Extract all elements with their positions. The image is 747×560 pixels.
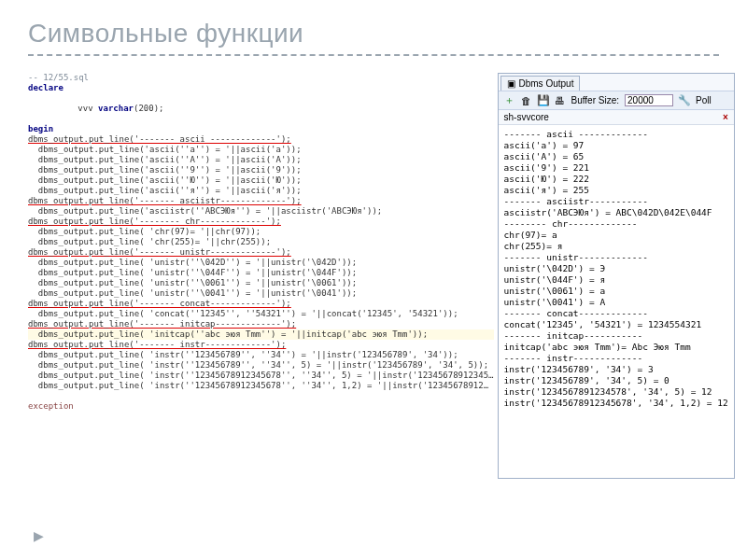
code-line: dbms_output.put_line('------- asciistr--… [28,196,494,206]
out: instr('123456789', '34', 5) = 0 [504,375,669,385]
code-line: dbms_output.put_line('------- concat----… [28,299,494,309]
out: asciistr('ABCЭЮя') = ABC\042D\042E\044F [504,207,712,217]
code-editor[interactable]: -- 12/55.sql declare vvv varchar(200); b… [28,73,494,479]
code-line: dbms_output.put_line('ascii(''A'') = '||… [28,155,494,165]
out: ------- asciistr----------- [504,196,648,206]
code-line: dbms_output.put_line( 'unistr(''\042D'')… [28,258,494,268]
code-line: dbms_output.put_line( 'initcap(''abc эюя… [28,329,494,340]
out: ascii('Ю') = 222 [504,174,590,184]
page-title: Символьные функции [28,19,719,56]
out: ------- concat------------- [504,308,648,318]
code-line: dbms_output.put_line('ascii(''a'') = '||… [28,145,494,155]
buffer-size-label: Buffer Size: [571,95,620,105]
out: unistr('\044F') = я [504,274,606,285]
code-line: dbms_output.put_line('------- unistr----… [28,247,494,258]
slide-arrow-icon: ▶ [34,528,44,543]
trash-icon[interactable]: 🗑 [521,95,532,106]
db-name: sh-svvcore [504,112,549,122]
buffer-size-input[interactable] [625,94,673,106]
out: initcap('abc эюя Tmm')= Abc Эюя Tmm [504,342,691,352]
code-begin: begin [28,124,494,134]
out: instr('1234567891234578', '34', 5) = 12 [504,386,712,397]
dbms-output-panel: ▣ Dbms Output ＋ 🗑 💾 🖶 Buffer Size: 🔧 Pol… [498,73,735,479]
dbms-output-tab-label: Dbms Output [519,78,574,89]
code-line: dbms_output.put_line( 'instr(''123456789… [28,381,494,391]
code-line: dbms_output.put_line( 'unistr(''\044F'')… [28,268,494,278]
dbms-output-toolbar: ＋ 🗑 💾 🖶 Buffer Size: 🔧 Poll [499,91,734,110]
code-line: dbms_output.put_line( 'instr(''123456789… [28,371,494,381]
out: ascii('A') = 65 [504,151,585,161]
wrench-icon[interactable]: 🔧 [679,95,690,106]
out: ascii('я') = 255 [504,185,590,195]
save-icon[interactable]: 💾 [538,95,549,106]
code-line: dbms_output.put_line('ascii(''9'') = '||… [28,165,494,175]
out: unistr('\0041') = A [504,297,606,307]
code-line: dbms_output.put_line('asciistr(''ABCЭЮя'… [28,206,494,217]
poll-label: Poll [696,95,712,105]
code-line: dbms_output.put_line('------- ascii ----… [28,134,494,145]
workarea: -- 12/55.sql declare vvv varchar(200); b… [28,73,719,479]
code-line: dbms_output.put_line( 'concat(''12345'',… [28,309,494,319]
code-line: dbms_output.put_line('ascii(''Ю'') = '||… [28,175,494,186]
code-blank [28,391,494,401]
out: ascii('a') = 97 [504,140,585,150]
code-line: dbms_output.put_line( 'unistr(''\0061'')… [28,278,494,288]
out: ------- initcap----------- [504,330,643,341]
out: unistr('\042D') = Э [504,263,606,273]
code-line: dbms_output.put_line('ascii(''я'') = '||… [28,186,494,196]
dbms-output-body[interactable]: ------- ascii ------------- ascii('a') =… [499,125,734,478]
out: instr('123456789', '34') = 3 [504,364,654,374]
db-connection-row: sh-svvcore × [499,110,734,125]
out: ------- ascii ------------- [504,129,648,139]
plus-icon[interactable]: ＋ [504,95,515,106]
out: concat('12345', '54321') = 1234554321 [504,319,702,329]
out: ------- instr------------- [504,353,643,363]
code-line: dbms_output.put_line( 'chr(255)= '||chr(… [28,237,494,247]
out: instr('12345678912345678', '34', 1,2) = … [504,398,728,408]
dbms-output-tab[interactable]: ▣ Dbms Output [500,76,581,91]
code-line: dbms_output.put_line( 'chr(97)= '||chr(9… [28,227,494,237]
out: unistr('\0061') = a [504,286,606,296]
code-line: dbms_output.put_line('------- instr-----… [28,340,494,350]
out: chr(97)= a [504,230,557,240]
code-exception: exception [28,401,494,412]
code-line: dbms_output.put_line( 'unistr(''\0041'')… [28,288,494,299]
close-icon[interactable]: × [723,112,728,122]
code-line: dbms_output.put_line( 'instr(''123456789… [28,350,494,360]
code-declare: declare [28,83,494,93]
out: ------- unistr------------- [504,252,648,262]
out: chr(255)= я [504,241,563,251]
code-line: dbms_output.put_line('------- initcap---… [28,319,494,329]
print-icon[interactable]: 🖶 [555,95,566,106]
code-comment: -- 12/55.sql [28,73,494,83]
out: ascii('9') = 221 [504,162,590,173]
out: -------- chr------------- [504,218,638,229]
code-line: dbms_output.put_line( 'instr(''123456789… [28,360,494,371]
code-vvv-decl: vvv varchar(200); [28,93,494,124]
code-line: dbms_output.put_line('-------- chr------… [28,217,494,227]
terminal-icon: ▣ [507,78,515,89]
